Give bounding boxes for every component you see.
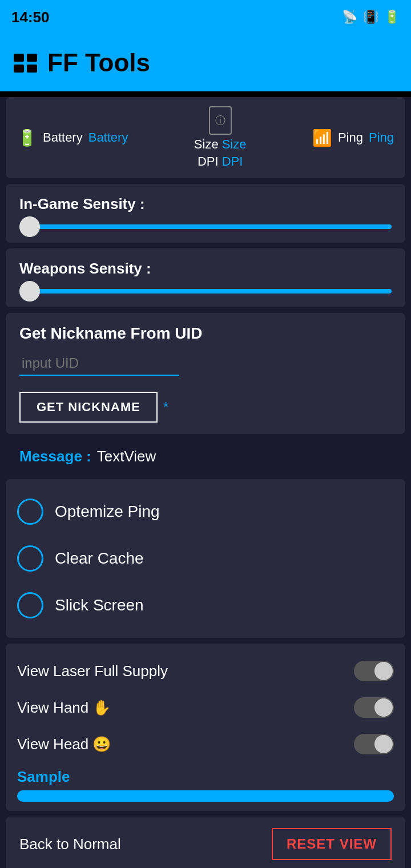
toggle-view-hand-row: View Hand ✋ bbox=[17, 689, 394, 726]
option-clear-cache-label: Clear Cache bbox=[55, 549, 144, 568]
toggle-view-hand-knob bbox=[374, 698, 393, 717]
toggle-view-laser-switch[interactable] bbox=[354, 661, 394, 681]
option-clear-cache[interactable]: Clear Cache bbox=[17, 535, 394, 582]
options-section: Optemize Ping Clear Cache Slick Screen bbox=[6, 479, 405, 638]
toggle-view-hand-label: View Hand ✋ bbox=[17, 699, 111, 717]
toggle-view-head-switch[interactable] bbox=[354, 734, 394, 754]
bottom-bar: Back to Normal RESET VIEW bbox=[6, 817, 405, 868]
ping-label: Ping bbox=[338, 130, 363, 145]
toggle-view-laser-knob bbox=[374, 662, 393, 680]
size-info: ⓘ Size Size DPI DPI bbox=[194, 106, 247, 169]
dpi-value: DPI bbox=[222, 154, 243, 169]
main-content: 🔋 Battery Battery ⓘ Size Size DPI DPI 📶 … bbox=[0, 97, 411, 868]
option-optimize-ping-label: Optemize Ping bbox=[55, 503, 160, 521]
app-bar-icon bbox=[14, 54, 37, 73]
ingame-sensity-section: In-Game Sensity : bbox=[6, 184, 405, 243]
info-bar: 🔋 Battery Battery ⓘ Size Size DPI DPI 📶 … bbox=[6, 97, 405, 178]
option-optimize-ping[interactable]: Optemize Ping bbox=[17, 488, 394, 535]
ingame-sensity-slider[interactable] bbox=[19, 224, 392, 229]
radio-clear-cache[interactable] bbox=[17, 545, 43, 572]
nickname-section: Get Nickname From UID GET NICKNAME * bbox=[6, 313, 405, 434]
sample-label: Sample bbox=[17, 768, 394, 786]
battery-icon: 🔋 bbox=[17, 128, 37, 147]
message-value: TextView bbox=[97, 448, 156, 465]
message-label: Message : bbox=[19, 448, 91, 465]
size-label: Size bbox=[194, 137, 219, 152]
weapons-sensity-section: Weapons Sensity : bbox=[6, 248, 405, 307]
status-icons: 📡 📳 🔋 bbox=[342, 10, 400, 25]
battery-info: 🔋 Battery Battery bbox=[17, 128, 128, 147]
toggle-view-head-row: View Head 😀 bbox=[17, 726, 394, 762]
size-row: Size Size bbox=[194, 137, 247, 152]
toggle-view-head-label: View Head 😀 bbox=[17, 736, 111, 753]
back-normal-label: Back to Normal bbox=[19, 835, 121, 853]
weapons-sensity-label: Weapons Sensity : bbox=[19, 260, 392, 278]
toggle-section: View Laser Full Supply View Hand ✋ View … bbox=[6, 644, 405, 811]
toggle-view-head-knob bbox=[374, 735, 393, 753]
get-nickname-button[interactable]: GET NICKNAME bbox=[19, 392, 158, 423]
vibrate-icon: 📳 bbox=[363, 10, 378, 25]
cast-icon: 📡 bbox=[342, 10, 357, 25]
battery-label: Battery bbox=[43, 130, 83, 145]
radio-slick-screen[interactable] bbox=[17, 592, 43, 618]
dpi-row: DPI DPI bbox=[198, 154, 243, 169]
status-time: 14:50 bbox=[11, 9, 50, 26]
app-bar: FF Tools bbox=[0, 34, 411, 91]
info-device-icon: ⓘ bbox=[209, 106, 232, 135]
ping-info: 📶 Ping Ping bbox=[312, 128, 394, 147]
ingame-sensity-label: In-Game Sensity : bbox=[19, 195, 392, 213]
weapons-sensity-slider[interactable] bbox=[19, 289, 392, 294]
size-value: Size bbox=[222, 137, 247, 152]
message-bar: Message : TextView bbox=[6, 440, 405, 473]
toggle-view-laser-row: View Laser Full Supply bbox=[17, 653, 394, 689]
wifi-icon: 📶 bbox=[312, 128, 332, 147]
battery-value: Battery bbox=[88, 130, 128, 145]
radio-optimize-ping[interactable] bbox=[17, 499, 43, 525]
status-bar: 14:50 📡 📳 🔋 bbox=[0, 0, 411, 34]
sample-progress-bar bbox=[17, 790, 394, 802]
option-slick-screen-label: Slick Screen bbox=[55, 596, 144, 614]
reset-view-button[interactable]: RESET VIEW bbox=[272, 828, 392, 860]
toggle-view-hand-switch[interactable] bbox=[354, 697, 394, 718]
nickname-asterisk: * bbox=[163, 399, 168, 415]
battery-icon: 🔋 bbox=[384, 10, 400, 25]
toggle-view-laser-label: View Laser Full Supply bbox=[17, 662, 168, 680]
ping-value: Ping bbox=[369, 130, 394, 145]
nickname-title: Get Nickname From UID bbox=[19, 324, 392, 343]
option-slick-screen[interactable]: Slick Screen bbox=[17, 582, 394, 629]
dpi-label: DPI bbox=[198, 154, 219, 169]
uid-input[interactable] bbox=[19, 352, 179, 376]
app-title: FF Tools bbox=[47, 49, 150, 77]
